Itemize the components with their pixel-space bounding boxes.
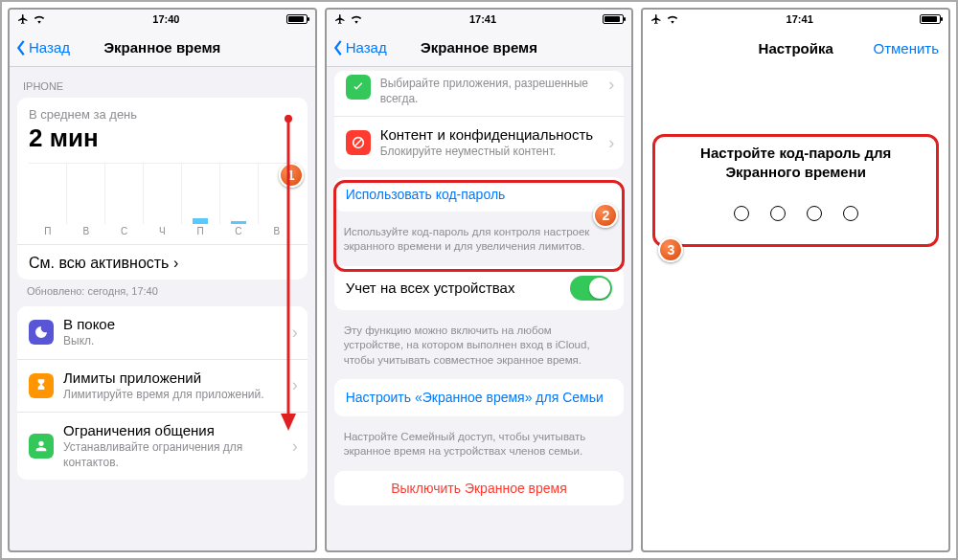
battery-icon	[286, 14, 308, 24]
svg-line-4	[354, 139, 362, 146]
weekday-axis: ПВС ЧПС В	[29, 226, 296, 236]
family-footnote: Настройте Семейный доступ, чтобы учитыва…	[327, 424, 632, 471]
use-passcode-row[interactable]: Использовать код-пароль	[334, 177, 625, 212]
content-sub: Блокируйте неуместный контент.	[380, 145, 613, 160]
see-all-label: См. всю активность	[29, 255, 169, 271]
share-footnote: Эту функцию можно включить на любом устр…	[327, 318, 632, 380]
usage-card[interactable]: В среднем за день 2 мин ПВС ЧПС В	[17, 98, 308, 280]
communication-limits-row[interactable]: Ограничения общения Устанавливайте огран…	[17, 413, 308, 480]
people-icon	[29, 434, 54, 459]
chevron-right-icon: ›	[292, 375, 298, 395]
turn-off-row[interactable]: Выключить Экранное время	[334, 471, 625, 505]
chevron-right-icon: ›	[608, 75, 614, 95]
clock: 17:40	[152, 13, 179, 25]
section-header: IPHONE	[10, 67, 315, 98]
average-value: 2 мин	[29, 123, 296, 153]
downtime-title: В покое	[63, 316, 296, 332]
share-toggle[interactable]	[570, 276, 612, 301]
passcode-dot	[734, 206, 749, 221]
wifi-icon	[350, 14, 363, 24]
phone-screen-2: 17:41 Назад Экранное время Выбирайте при…	[325, 8, 634, 552]
passcode-title: Настройте код-пароль для Экранного време…	[656, 144, 935, 183]
back-label: Назад	[346, 39, 387, 56]
downtime-sub: Выкл.	[63, 334, 296, 349]
comm-title: Ограничения общения	[63, 422, 296, 438]
content-title: Контент и конфиденциальность	[380, 126, 613, 143]
family-group: Настроить «Экранное время» для Семьи	[334, 379, 625, 415]
passcode-footnote: Используйте код-пароль для контроля наст…	[327, 219, 632, 266]
comm-sub: Устанавливайте ограничения для контактов…	[63, 440, 296, 470]
chevron-left-icon	[332, 39, 344, 56]
phone-screen-3: 17:41 Настройка Отменить Настройте код-п…	[641, 8, 950, 552]
airplane-icon	[17, 13, 29, 25]
passcode-dot	[843, 206, 858, 221]
back-label: Назад	[29, 39, 70, 56]
settings-group: В покое Выкл. › Лимиты приложений Лимити…	[17, 306, 308, 480]
limits-title: Лимиты приложений	[63, 370, 296, 386]
passcode-group: Использовать код-пароль	[334, 177, 625, 212]
clock: 17:41	[469, 13, 496, 25]
tutorial-canvas: 17:40 Назад Экранное время IPHONE В сред…	[0, 0, 958, 560]
allowed-sub: Выбирайте приложения, разрешенные всегда…	[380, 77, 613, 106]
content-2: Выбирайте приложения, разрешенные всегда…	[327, 67, 632, 550]
share-title: Учет на всех устройствах	[346, 280, 515, 296]
wifi-icon	[666, 14, 679, 24]
chevron-right-icon: ›	[173, 255, 178, 271]
hourglass-icon	[29, 373, 54, 398]
nav-bar: Настройка Отменить	[643, 29, 948, 67]
page-title: Экранное время	[103, 39, 220, 56]
always-allowed-row[interactable]: Выбирайте приложения, разрешенные всегда…	[334, 71, 625, 117]
wifi-icon	[33, 14, 46, 24]
check-icon	[346, 75, 371, 100]
phone-screen-1: 17:40 Назад Экранное время IPHONE В сред…	[8, 8, 317, 552]
airplane-icon	[650, 13, 662, 25]
moon-icon	[29, 320, 54, 345]
status-bar: 17:41	[643, 10, 948, 29]
see-all-activity[interactable]: См. всю активность ›	[17, 244, 308, 274]
usage-chart	[29, 163, 296, 224]
chevron-right-icon: ›	[292, 323, 298, 343]
back-button[interactable]: Назад	[332, 29, 387, 66]
share-devices-row[interactable]: Учет на всех устройствах	[334, 266, 625, 310]
passcode-dot	[807, 206, 822, 221]
app-limits-row[interactable]: Лимиты приложений Лимитируйте время для …	[17, 360, 308, 414]
turn-off-label: Выключить Экранное время	[391, 481, 567, 496]
content-3: Настройте код-пароль для Экранного време…	[643, 67, 948, 550]
battery-icon	[920, 14, 941, 24]
status-bar: 17:40	[10, 10, 315, 29]
share-group: Учет на всех устройствах	[334, 266, 625, 310]
limits-sub: Лимитируйте время для приложений.	[63, 388, 296, 403]
airplane-icon	[334, 13, 346, 25]
passcode-panel: Настройте код-пароль для Экранного време…	[656, 144, 935, 221]
passcode-dots[interactable]	[656, 206, 935, 221]
page-title: Экранное время	[421, 39, 537, 56]
downtime-row[interactable]: В покое Выкл. ›	[17, 306, 308, 360]
battery-icon	[603, 14, 624, 24]
chevron-right-icon: ›	[608, 133, 614, 153]
nav-bar: Назад Экранное время	[10, 29, 315, 67]
use-passcode-label: Использовать код-пароль	[346, 187, 506, 202]
turnoff-group: Выключить Экранное время	[334, 471, 625, 505]
average-label: В среднем за день	[29, 107, 296, 122]
cancel-label: Отменить	[873, 40, 939, 56]
content-privacy-row[interactable]: Контент и конфиденциальность Блокируйте …	[334, 117, 625, 169]
content-1: IPHONE В среднем за день 2 мин ПВС ЧПС	[10, 67, 315, 550]
chevron-left-icon	[15, 39, 27, 56]
page-title: Настройка	[759, 40, 833, 56]
chevron-right-icon: ›	[292, 437, 298, 457]
family-setup-row[interactable]: Настроить «Экранное время» для Семьи	[334, 379, 625, 415]
back-button[interactable]: Назад	[15, 29, 70, 66]
updated-label: Обновлено: сегодня, 17:40	[10, 280, 315, 306]
family-label: Настроить «Экранное время» для Семьи	[346, 389, 604, 406]
top-group: Выбирайте приложения, разрешенные всегда…	[334, 71, 625, 169]
clock: 17:41	[787, 13, 813, 25]
passcode-dot	[770, 206, 786, 221]
nav-bar: Назад Экранное время	[327, 29, 632, 67]
status-bar: 17:41	[327, 10, 632, 29]
nosign-icon	[346, 130, 371, 155]
cancel-button[interactable]: Отменить	[873, 29, 939, 67]
